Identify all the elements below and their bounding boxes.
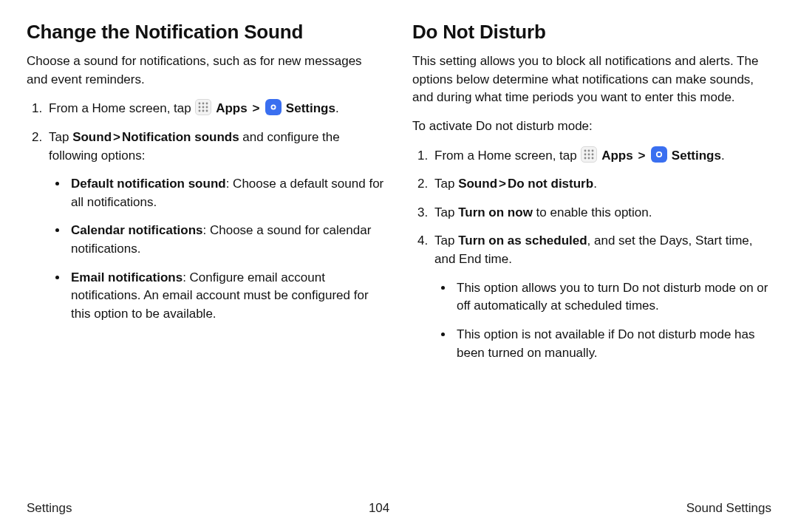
- right-step-3: Tap Turn on now to enable this option.: [432, 204, 771, 222]
- right-activate-text: To activate Do not disturb mode:: [412, 117, 771, 136]
- svg-point-18: [657, 151, 661, 156]
- svg-point-16: [588, 157, 590, 159]
- settings-icon: [651, 146, 667, 163]
- bold-text: Sound: [458, 177, 497, 191]
- step-text: Tap: [49, 130, 72, 144]
- settings-label: Settings: [672, 149, 721, 163]
- bold-text: Notification sounds: [122, 130, 239, 144]
- right-step-2: Tap Sound>Do not disturb.: [432, 175, 771, 194]
- left-step-1: From a Home screen, tap Apps > Settings.: [46, 99, 386, 118]
- left-steps: From a Home screen, tap Apps > Settings.…: [27, 99, 386, 323]
- svg-point-11: [592, 149, 594, 151]
- bullet-item: This option is not available if Do not d…: [454, 326, 771, 362]
- bullet-item: Default notification sound: Choose a def…: [68, 175, 386, 211]
- chevron-icon: >: [499, 177, 506, 191]
- left-column: Change the Notification Sound Choose a s…: [27, 21, 386, 372]
- step-text: to enable this option.: [533, 205, 652, 219]
- svg-point-15: [584, 157, 587, 159]
- apps-icon: [195, 99, 211, 115]
- bold-text: Turn on now: [458, 205, 533, 219]
- right-intro: This setting allows you to block all not…: [412, 52, 771, 107]
- chevron-icon: >: [638, 149, 645, 163]
- svg-point-3: [199, 106, 201, 109]
- step-text: .: [593, 177, 597, 191]
- chevron-icon: >: [252, 101, 259, 115]
- svg-point-8: [206, 110, 208, 112]
- bold-text: Sound: [72, 130, 112, 144]
- step-text: Tap: [434, 233, 458, 248]
- svg-point-17: [592, 157, 594, 159]
- svg-point-2: [206, 103, 208, 105]
- bold-text: Do not disturb: [508, 177, 593, 191]
- right-step-4: Tap Turn on as scheduled, and set the Da…: [432, 232, 771, 362]
- bold-text: Email notifications: [71, 270, 183, 284]
- right-heading: Do Not Disturb: [412, 21, 771, 44]
- right-column: Do Not Disturb This setting allows you t…: [412, 21, 771, 372]
- bullet-item: This option allows you to turn Do not di…: [454, 279, 771, 316]
- svg-point-5: [206, 106, 208, 109]
- apps-icon: [581, 146, 597, 163]
- bold-text: Turn on as scheduled: [458, 233, 587, 248]
- left-step-2: Tap Sound>Notification sounds and config…: [46, 129, 386, 324]
- svg-point-0: [199, 103, 201, 105]
- svg-point-14: [592, 153, 594, 155]
- right-bullets: This option allows you to turn Do not di…: [434, 279, 771, 363]
- apps-label: Apps: [601, 149, 633, 163]
- period: .: [335, 101, 339, 115]
- left-bullets: Default notification sound: Choose a def…: [49, 175, 386, 323]
- svg-point-1: [202, 103, 205, 105]
- step-text: Tap: [434, 177, 458, 191]
- right-steps: From a Home screen, tap Apps > Settings.…: [412, 146, 771, 363]
- content-columns: Change the Notification Sound Choose a s…: [27, 21, 771, 372]
- left-heading: Change the Notification Sound: [27, 21, 386, 44]
- chevron-icon: >: [113, 130, 120, 144]
- bullet-item: Email notifications: Configure email acc…: [68, 269, 386, 324]
- svg-point-6: [199, 110, 201, 112]
- settings-icon: [265, 99, 282, 115]
- page-footer: Settings 104 Sound Settings: [27, 501, 771, 516]
- svg-point-9: [584, 149, 587, 151]
- footer-left: Settings: [27, 501, 72, 516]
- footer-page-number: 104: [369, 501, 389, 516]
- bullet-item: Calendar notifications: Choose a sound f…: [68, 222, 386, 258]
- footer-right: Sound Settings: [686, 501, 771, 516]
- step-text: From a Home screen, tap: [49, 101, 194, 115]
- apps-label: Apps: [216, 101, 248, 115]
- bold-text: Default notification sound: [71, 177, 226, 191]
- left-intro: Choose a sound for notifications, such a…: [27, 52, 386, 89]
- settings-label: Settings: [286, 101, 335, 115]
- step-text: Tap: [434, 205, 458, 219]
- step-text: From a Home screen, tap: [434, 149, 580, 163]
- svg-point-12: [584, 153, 587, 155]
- svg-point-13: [588, 153, 590, 155]
- right-step-1: From a Home screen, tap Apps > Settings.: [432, 146, 771, 166]
- bold-text: Calendar notifications: [71, 223, 203, 237]
- bullet-text: This option is not available if Do not d…: [457, 327, 755, 360]
- period: .: [721, 149, 725, 163]
- svg-point-4: [202, 106, 205, 109]
- bullet-text: This option allows you to turn Do not di…: [457, 281, 768, 313]
- svg-point-10: [588, 149, 590, 151]
- svg-point-7: [202, 110, 205, 112]
